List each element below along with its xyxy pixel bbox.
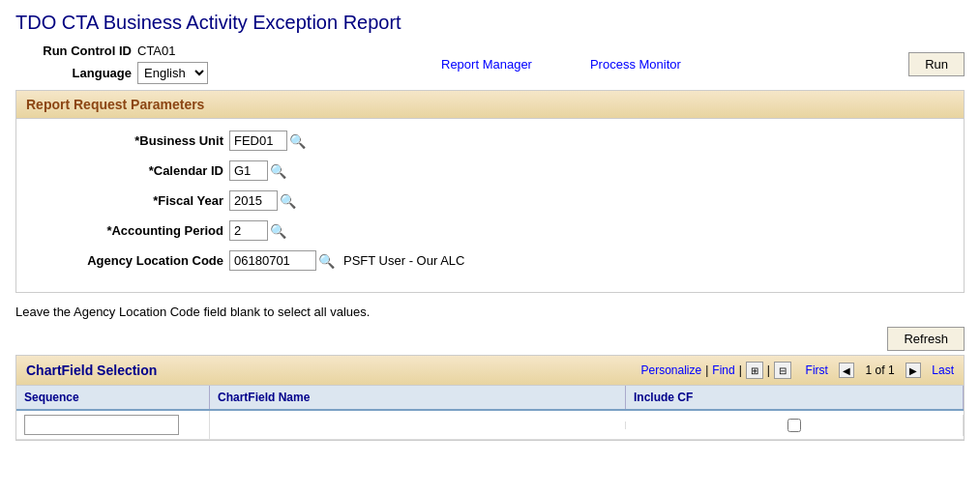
calendar-id-input[interactable]	[229, 160, 268, 181]
report-manager-link[interactable]: Report Manager	[441, 57, 532, 72]
report-params-section: Report Request Parameters *Business Unit…	[15, 90, 965, 293]
hint-text: Leave the Agency Location Code field bla…	[15, 305, 965, 319]
toolbar-separator-1: |	[705, 363, 708, 377]
include-cf-checkbox[interactable]	[787, 419, 801, 432]
grid-icon[interactable]: ⊟	[774, 362, 791, 379]
report-params-body: *Business Unit 🔍 *Calendar ID 🔍 *Fiscal …	[16, 119, 964, 292]
business-unit-input[interactable]	[229, 131, 287, 151]
next-page-icon[interactable]: ▶	[906, 363, 921, 378]
process-monitor-link[interactable]: Process Monitor	[590, 57, 681, 72]
top-bar-links: Report Manager Process Monitor	[441, 57, 681, 72]
language-label: Language	[15, 66, 132, 80]
fiscal-year-row: *Fiscal Year 🔍	[16, 190, 964, 211]
accounting-period-row: *Accounting Period 🔍	[16, 220, 964, 241]
col-header-sequence: Sequence	[16, 386, 210, 409]
run-button[interactable]: Run	[908, 52, 965, 76]
column-headers: Sequence ChartField Name Include CF	[16, 386, 964, 411]
table-row	[16, 411, 964, 440]
report-params-header: Report Request Parameters	[16, 91, 964, 119]
page-info: 1 of 1	[866, 363, 895, 377]
grid-title: ChartField Selection	[26, 363, 157, 378]
accounting-period-input[interactable]	[229, 220, 268, 241]
run-control-row: Run Control ID CTA01	[15, 44, 208, 58]
col-header-chartfield-name: ChartField Name	[210, 386, 626, 409]
language-row: Language English French Spanish	[15, 62, 208, 84]
calendar-id-search-icon[interactable]: 🔍	[270, 163, 285, 179]
agency-location-input[interactable]	[229, 250, 316, 271]
agency-location-note: PSFT User - Our ALC	[343, 253, 464, 268]
refresh-row: Refresh	[15, 327, 965, 351]
sequence-input[interactable]	[24, 415, 179, 435]
grid-toolbar: Personalize | Find | ⊞ | ⊟ First ◀ 1 of …	[640, 362, 954, 379]
top-bar-left: Run Control ID CTA01 Language English Fr…	[15, 44, 208, 84]
agency-location-label: Agency Location Code	[36, 253, 229, 268]
refresh-button[interactable]: Refresh	[887, 327, 965, 351]
last-label[interactable]: Last	[932, 363, 954, 377]
find-link[interactable]: Find	[712, 363, 734, 377]
export-icon[interactable]: ⊞	[746, 362, 763, 379]
run-control-label: Run Control ID	[15, 44, 132, 58]
toolbar-separator-3: |	[767, 363, 770, 377]
personalize-link[interactable]: Personalize	[640, 363, 701, 377]
cell-sequence[interactable]	[16, 411, 210, 439]
run-control-value: CTA01	[137, 44, 176, 58]
accounting-period-search-icon[interactable]: 🔍	[270, 223, 285, 239]
fiscal-year-search-icon[interactable]: 🔍	[280, 193, 295, 209]
accounting-period-label: *Accounting Period	[36, 223, 229, 238]
first-label[interactable]: First	[806, 363, 828, 377]
chartfield-grid-section: ChartField Selection Personalize | Find …	[15, 355, 965, 441]
agency-location-row: Agency Location Code 🔍 PSFT User - Our A…	[16, 250, 964, 271]
top-bar: Run Control ID CTA01 Language English Fr…	[15, 44, 965, 84]
prev-page-icon[interactable]: ◀	[839, 363, 854, 378]
grid-header: ChartField Selection Personalize | Find …	[16, 356, 964, 386]
fiscal-year-input[interactable]	[229, 190, 278, 211]
col-header-include-cf: Include CF	[626, 386, 964, 409]
top-bar-run: Run	[908, 52, 965, 76]
calendar-id-row: *Calendar ID 🔍	[16, 160, 964, 181]
business-unit-search-icon[interactable]: 🔍	[289, 133, 305, 149]
language-select[interactable]: English French Spanish	[137, 62, 208, 84]
calendar-id-label: *Calendar ID	[36, 163, 229, 178]
fiscal-year-label: *Fiscal Year	[36, 193, 229, 208]
agency-location-search-icon[interactable]: 🔍	[318, 253, 334, 269]
toolbar-separator-2: |	[739, 363, 742, 377]
business-unit-row: *Business Unit 🔍	[16, 131, 964, 151]
business-unit-label: *Business Unit	[36, 133, 229, 148]
cell-chartfield-name	[210, 421, 626, 429]
cell-include-cf[interactable]	[626, 415, 964, 436]
page-title: TDO CTA Business Activity Exception Repo…	[15, 12, 965, 34]
page-wrapper: TDO CTA Business Activity Exception Repo…	[0, 0, 980, 452]
